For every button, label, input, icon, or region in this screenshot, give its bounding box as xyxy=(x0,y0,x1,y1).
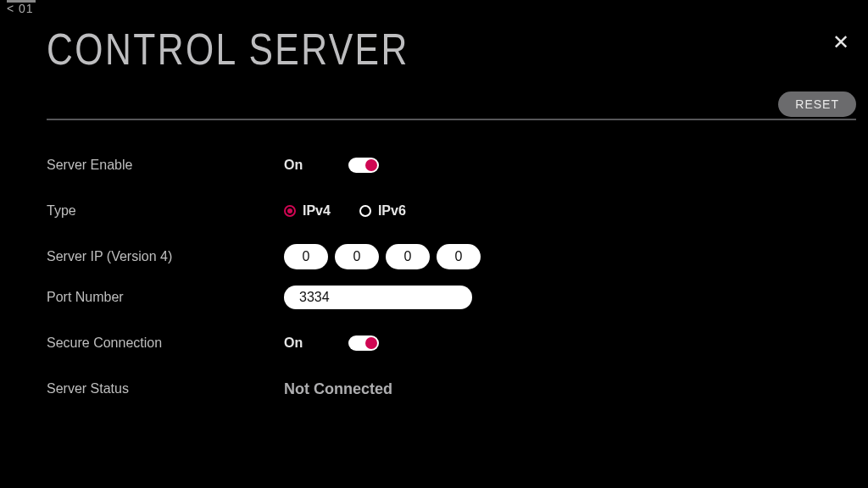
header: < 01 CONTROL SERVER ✕ xyxy=(0,0,868,85)
row-port: Port Number xyxy=(47,285,821,310)
row-server-ip: Server IP (Version 4) xyxy=(47,244,821,269)
label-type: Type xyxy=(47,203,284,219)
radio-ipv6-label: IPv6 xyxy=(378,203,406,219)
secure-toggle[interactable] xyxy=(348,336,379,351)
toggle-knob-icon xyxy=(365,159,377,171)
back-button[interactable]: < 01 xyxy=(7,2,34,15)
port-input[interactable] xyxy=(284,286,472,309)
toggle-knob-icon xyxy=(365,337,377,349)
radio-dot-icon xyxy=(359,205,371,217)
reset-button[interactable]: RESET xyxy=(778,92,856,117)
ip-octet-2[interactable] xyxy=(335,244,379,269)
server-enable-state: On xyxy=(284,158,337,173)
radio-ipv6[interactable]: IPv6 xyxy=(359,203,406,219)
server-enable-toggle[interactable] xyxy=(348,158,379,173)
ip-octet-4[interactable] xyxy=(437,244,481,269)
label-server-enable: Server Enable xyxy=(47,158,284,173)
label-status: Server Status xyxy=(47,381,284,396)
row-type: Type IPv4 IPv6 xyxy=(47,198,821,224)
label-port: Port Number xyxy=(47,290,284,305)
close-icon[interactable]: ✕ xyxy=(832,32,849,53)
settings-form: Server Enable On Type IPv4 IPv6 Server I… xyxy=(47,152,821,422)
radio-ipv4[interactable]: IPv4 xyxy=(284,203,331,219)
status-value: Not Connected xyxy=(284,380,392,398)
page-title: CONTROL SERVER xyxy=(47,24,409,75)
ip-octet-3[interactable] xyxy=(386,244,430,269)
label-secure: Secure Connection xyxy=(47,336,284,351)
row-server-enable: Server Enable On xyxy=(47,152,821,178)
label-server-ip: Server IP (Version 4) xyxy=(47,249,284,264)
row-secure: Secure Connection On xyxy=(47,330,821,356)
radio-ipv4-label: IPv4 xyxy=(303,203,331,219)
secure-state: On xyxy=(284,336,337,351)
divider xyxy=(47,119,856,120)
ip-octet-1[interactable] xyxy=(284,244,328,269)
row-status: Server Status Not Connected xyxy=(47,376,821,402)
radio-dot-icon xyxy=(284,205,296,217)
